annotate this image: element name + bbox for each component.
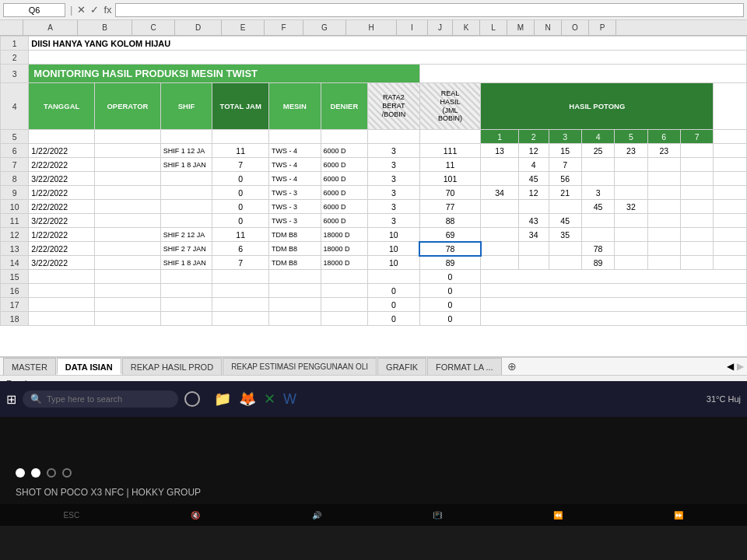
empty-cell[interactable] (481, 284, 747, 298)
table-row[interactable]: 16 0 0 (1, 284, 747, 298)
h6-cell[interactable]: 23 (647, 144, 680, 158)
shif-cell[interactable]: SHIF 1 12 JA (160, 144, 212, 158)
h3-cell[interactable]: 45 (549, 214, 581, 228)
empty-cell[interactable] (481, 312, 747, 326)
real-hasil-cell[interactable]: 0 (419, 284, 481, 298)
empty-cell[interactable] (29, 270, 95, 284)
h4-cell[interactable]: 78 (581, 242, 614, 256)
sheet-content[interactable]: 1 DIISI HANYA YANG KOLOM HIJAU 2 3 MONIT… (0, 36, 747, 356)
operator-cell[interactable] (95, 242, 161, 256)
excel-icon[interactable]: ✕ (264, 390, 275, 408)
h7-cell[interactable] (680, 256, 713, 270)
h7-cell[interactable] (680, 200, 713, 214)
col-header-k[interactable]: K (453, 20, 480, 35)
empty-cell[interactable] (481, 270, 747, 284)
empty-cell[interactable] (481, 298, 747, 312)
real-hasil-cell[interactable]: 11 (419, 158, 481, 172)
mesin-cell[interactable]: TDM B8 (268, 228, 321, 242)
h4-cell[interactable] (581, 172, 614, 186)
tab-format-la[interactable]: FORMAT LA ... (427, 358, 502, 375)
scroll-right-icon[interactable]: ▶ (737, 361, 744, 372)
col-header-n[interactable]: N (535, 20, 562, 35)
extra-cell[interactable] (714, 200, 747, 214)
h6-cell[interactable] (647, 228, 680, 242)
h4-cell[interactable] (581, 214, 614, 228)
col-header-d[interactable]: D (175, 20, 222, 35)
denier-cell[interactable]: 6000 D (321, 214, 368, 228)
extra-cell[interactable] (714, 158, 747, 172)
empty-cell[interactable] (95, 270, 161, 284)
col-header-e[interactable]: E (222, 20, 265, 35)
h6-cell[interactable] (647, 158, 680, 172)
h3-cell[interactable]: 56 (549, 172, 581, 186)
table-row[interactable]: 15 0 (1, 270, 747, 284)
h5-cell[interactable] (615, 256, 647, 270)
total-jam-cell[interactable]: 11 (212, 144, 269, 158)
real-hasil-cell[interactable]: 0 (419, 312, 481, 326)
table-row[interactable]: 9 1/22/2022 0 TWS - 3 6000 D 3 70 34 12 … (1, 186, 747, 200)
scroll-left-icon[interactable]: ◀ (727, 361, 734, 372)
h3-cell[interactable]: 15 (549, 144, 581, 158)
confirm-icon[interactable]: ✓ (90, 4, 99, 16)
rata2-cell[interactable]: 3 (368, 200, 420, 214)
real-hasil-cell[interactable]: 111 (419, 144, 481, 158)
mesin-cell[interactable]: TWS - 3 (268, 200, 321, 214)
denier-cell[interactable]: 6000 D (321, 144, 368, 158)
denier-cell[interactable]: 6000 D (321, 186, 368, 200)
cortana-button[interactable] (184, 391, 200, 407)
h5-cell[interactable] (615, 214, 647, 228)
extra-cell[interactable] (714, 186, 747, 200)
h1-cell[interactable] (481, 200, 518, 214)
shif-cell[interactable]: SHIF 1 8 JAN (160, 256, 212, 270)
real-hasil-cell[interactable]: 88 (419, 214, 481, 228)
h3-cell[interactable] (549, 242, 581, 256)
col-header-g[interactable]: G (303, 20, 346, 35)
col-header-o[interactable]: O (562, 20, 589, 35)
total-jam-cell[interactable]: 11 (212, 228, 269, 242)
mesin-cell[interactable]: TDM B8 (268, 242, 321, 256)
empty-cell[interactable] (212, 312, 269, 326)
search-box[interactable]: 🔍 (23, 390, 178, 408)
h6-cell[interactable] (647, 242, 680, 256)
empty-cell[interactable] (268, 298, 321, 312)
tab-grafik[interactable]: GRAFIK (377, 358, 426, 375)
word-icon[interactable]: W (283, 391, 296, 408)
total-jam-cell[interactable]: 7 (212, 256, 269, 270)
h1-cell[interactable] (481, 214, 518, 228)
empty-cell[interactable] (268, 284, 321, 298)
tab-rekap-estimasi[interactable]: REKAP ESTIMASI PENGGUNAAN OLI (223, 358, 377, 375)
start-button[interactable]: ⊞ (6, 392, 16, 407)
empty-cell[interactable] (368, 270, 420, 284)
empty-cell[interactable] (212, 270, 269, 284)
denier-cell[interactable]: 18000 D (321, 242, 368, 256)
h4-cell[interactable] (581, 228, 614, 242)
rata2-cell[interactable]: 0 (368, 284, 420, 298)
shif-cell[interactable] (160, 214, 212, 228)
h1-cell[interactable] (481, 242, 518, 256)
rata2-cell[interactable]: 0 (368, 312, 420, 326)
extra-cell[interactable] (714, 256, 747, 270)
h5-cell[interactable] (615, 242, 647, 256)
shif-cell[interactable] (160, 172, 212, 186)
h1-cell[interactable] (481, 158, 518, 172)
h5-cell[interactable]: 23 (615, 144, 647, 158)
h1-cell[interactable] (481, 256, 518, 270)
cancel-icon[interactable]: ✕ (77, 4, 86, 16)
real-hasil-cell[interactable]: 69 (419, 228, 481, 242)
denier-cell[interactable]: 6000 D (321, 200, 368, 214)
h4-cell[interactable]: 3 (581, 186, 614, 200)
real-hasil-cell[interactable]: 101 (419, 172, 481, 186)
denier-cell[interactable]: 6000 D (321, 172, 368, 186)
real-hasil-cell[interactable]: 89 (419, 256, 481, 270)
mesin-cell[interactable]: TWS - 4 (268, 158, 321, 172)
h4-cell[interactable]: 45 (581, 200, 614, 214)
h2-cell[interactable]: 4 (518, 158, 549, 172)
col-header-i[interactable]: I (397, 20, 428, 35)
shif-cell[interactable]: SHIF 2 12 JA (160, 228, 212, 242)
h7-cell[interactable] (680, 228, 713, 242)
empty-cell[interactable] (321, 284, 368, 298)
h4-cell[interactable]: 89 (581, 256, 614, 270)
empty-cell[interactable] (321, 298, 368, 312)
fx-icon[interactable]: fx (103, 4, 111, 16)
total-jam-cell[interactable]: 0 (212, 172, 269, 186)
